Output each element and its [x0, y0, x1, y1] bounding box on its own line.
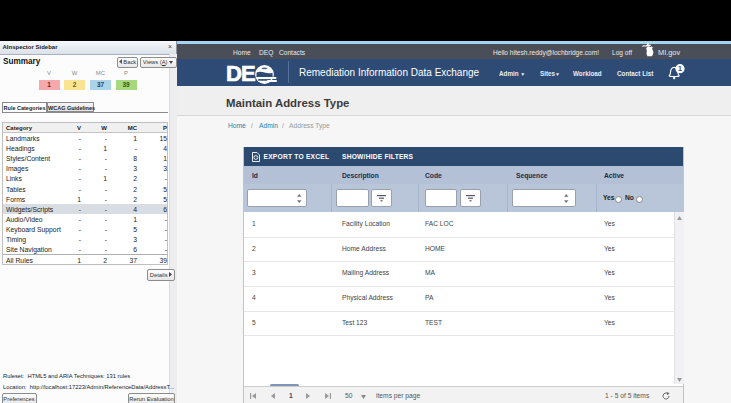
- svg-text:1: 1: [678, 65, 682, 72]
